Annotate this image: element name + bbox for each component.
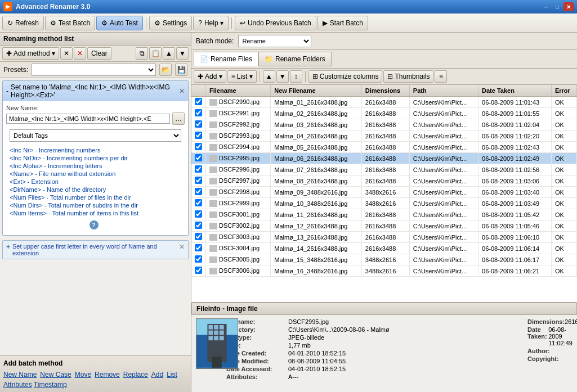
method-item-header[interactable]: - Set name to 'Malmø_<Inc Nr:1>_<IMG Wid… (3, 81, 188, 101)
row-checkbox[interactable] (191, 232, 206, 243)
refresh-button[interactable]: ↻ Refresh (2, 16, 44, 30)
delete-all-button[interactable]: ✕ (74, 47, 86, 60)
table-row[interactable]: DSCF2992.jpg Malmø_03_2616x3488.jpg 2616… (191, 119, 577, 130)
batch-mode-dropdown[interactable]: Rename (238, 35, 311, 47)
method2-close-icon[interactable]: ✕ (179, 243, 185, 251)
col-dimensions[interactable]: Dimensions (361, 85, 409, 97)
maximize-button[interactable]: □ (552, 2, 562, 11)
table-row[interactable]: DSCF2997.jpg Malmø_08_2616x3488.jpg 2616… (191, 175, 577, 187)
row-checkbox[interactable] (191, 175, 206, 187)
col-path[interactable]: Path (409, 85, 478, 97)
row-checkbox[interactable] (191, 130, 206, 142)
table-row[interactable]: DSCF2990.jpg Malmø_01_2616x3488.jpg 2616… (191, 97, 577, 108)
batch-link-timestamp[interactable]: Timestamp (34, 381, 67, 389)
tag-num-files[interactable]: <Num Files> - Total number of files in t… (10, 193, 181, 201)
row-checkbox[interactable] (191, 153, 206, 164)
method-close-icon[interactable]: ✕ (179, 87, 185, 95)
sort-files-button[interactable]: ↕ (290, 70, 302, 83)
move-up-button[interactable]: ▲ (163, 47, 175, 60)
paste-method-button[interactable]: 📋 (149, 47, 162, 60)
row-checkbox[interactable] (191, 187, 206, 198)
new-name-browse-button[interactable]: … (172, 112, 185, 125)
row-checkbox[interactable] (191, 243, 206, 254)
test-batch-button[interactable]: ⚙ Test Batch (45, 16, 95, 30)
move-up-files-button[interactable]: ▲ (263, 70, 275, 83)
tag-inc-alpha[interactable]: <Inc Alpha> - Incrementing letters (10, 162, 181, 170)
batch-link-new-name[interactable]: New Name (3, 371, 37, 379)
tag-name[interactable]: <Name> - File name without extension (10, 170, 181, 178)
minimize-button[interactable]: ─ (541, 2, 551, 11)
row-date-taken: 06-08-2009 11:06:14 (478, 243, 552, 254)
table-row[interactable]: DSCF2991.jpg Malmø_02_2616x3488.jpg 2616… (191, 108, 577, 119)
table-row[interactable]: DSCF2995.jpg Malmø_06_2616x3488.jpg 2616… (191, 153, 577, 164)
copy-method-button[interactable]: ⧉ (136, 47, 148, 60)
clear-button[interactable]: Clear (87, 47, 111, 60)
batch-link-attributes[interactable]: Attributes (3, 381, 32, 389)
batch-link-list[interactable]: List (167, 371, 177, 379)
batch-link-add[interactable]: Add (151, 371, 163, 379)
col-error[interactable]: Error (551, 85, 576, 97)
tag-dirname[interactable]: <DirName> - Name of the directory (10, 186, 181, 193)
row-checkbox[interactable] (191, 198, 206, 209)
tags-list: <Inc Nr> - Incrementing numbers <Inc NrD… (6, 145, 185, 218)
table-row[interactable]: DSCF3004.jpg Malmø_14_2616x3488.jpg 2616… (191, 243, 577, 254)
help-button[interactable]: ? Help ▾ (193, 16, 229, 30)
load-preset-button[interactable]: 📂 (159, 64, 172, 76)
info-filename-row: Filename: DSCF2995.jpg (226, 318, 522, 325)
start-batch-button[interactable]: ▶ Start Batch (317, 16, 368, 30)
help-icon[interactable]: ? (90, 220, 99, 229)
tag-num-items[interactable]: <Num Items> - Total number of items in t… (10, 209, 181, 217)
tag-inc-nr[interactable]: <Inc Nr> - Incrementing numbers (10, 146, 181, 154)
close-button[interactable]: ✕ (563, 2, 574, 11)
table-row[interactable]: DSCF2994.jpg Malmø_05_2616x3488.jpg 2616… (191, 142, 577, 153)
table-row[interactable]: DSCF3002.jpg Malmø_12_2616x3488.jpg 2616… (191, 220, 577, 232)
row-checkbox[interactable] (191, 220, 206, 232)
presets-dropdown[interactable] (32, 64, 156, 76)
table-row[interactable]: DSCF3003.jpg Malmø_13_2616x3488.jpg 2616… (191, 232, 577, 243)
batch-link-new-case[interactable]: New Case (40, 371, 71, 379)
table-row[interactable]: DSCF2998.jpg Malmø_09_3488x2616.jpg 3488… (191, 187, 577, 198)
tags-category-dropdown[interactable]: Default Tags (10, 129, 181, 142)
rename-files-tab[interactable]: 📄 Rename Files (194, 52, 258, 66)
method-item-2[interactable]: + Set upper case first letter in every w… (2, 240, 189, 259)
tag-num-dirs[interactable]: <Num Dirs> - Total number of subdirs in … (10, 201, 181, 209)
auto-test-button[interactable]: ⚙ Auto Test (96, 16, 143, 30)
new-name-input[interactable] (6, 114, 170, 124)
tag-inc-nrdir[interactable]: <Inc NrDir> - Incrementing numbers per d… (10, 154, 181, 162)
row-checkbox[interactable] (191, 254, 206, 265)
delete-method-button[interactable]: ✕ (60, 47, 73, 60)
table-row[interactable]: DSCF3005.jpg Malmø_15_3488x2616.jpg 3488… (191, 254, 577, 265)
row-checkbox[interactable] (191, 265, 206, 277)
row-checkbox[interactable] (191, 142, 206, 153)
row-new-filename: Malmø_08_2616x3488.jpg (271, 175, 362, 187)
batch-link-move[interactable]: Move (75, 371, 91, 379)
save-preset-button[interactable]: 💾 (175, 64, 187, 76)
col-date-taken[interactable]: Date Taken (478, 85, 552, 97)
list-button[interactable]: ≡ List ▾ (227, 70, 257, 83)
add-files-button[interactable]: ✚ Add ▾ (194, 70, 226, 83)
add-method-button[interactable]: ✚ Add method ▾ (2, 47, 59, 60)
row-checkbox[interactable] (191, 164, 206, 175)
row-checkbox[interactable] (191, 97, 206, 108)
table-row[interactable]: DSCF3001.jpg Malmø_11_2616x3488.jpg 2616… (191, 209, 577, 220)
table-row[interactable]: DSCF2996.jpg Malmø_07_2616x3488.jpg 2616… (191, 164, 577, 175)
row-checkbox[interactable] (191, 108, 206, 119)
rename-folders-tab[interactable]: 📁 Rename Folders (258, 52, 332, 66)
move-down-files-button[interactable]: ▼ (276, 70, 289, 83)
undo-batch-button[interactable]: ↩ Undo Previous Batch (235, 16, 316, 30)
thumbnails-button[interactable]: ⊟ Thumbnails (383, 70, 433, 83)
batch-link-replace[interactable]: Replace (123, 371, 148, 379)
tag-ext[interactable]: <Ext> - Extension (10, 178, 181, 186)
batch-link-remove[interactable]: Remove (95, 371, 120, 379)
more-options-button[interactable]: ≡ (435, 70, 447, 83)
row-checkbox[interactable] (191, 119, 206, 130)
settings-button[interactable]: ⚙ Settings (149, 16, 192, 30)
table-row[interactable]: DSCF2999.jpg Malmø_10_3488x2616.jpg 3488… (191, 198, 577, 209)
customize-columns-button[interactable]: ⊞ Customize columns (308, 70, 383, 83)
table-row[interactable]: DSCF2993.jpg Malmø_04_2616x3488.jpg 2616… (191, 130, 577, 142)
row-checkbox[interactable] (191, 209, 206, 220)
table-row[interactable]: DSCF3006.jpg Malmø_16_3488x2616.jpg 3488… (191, 265, 577, 277)
col-filename[interactable]: Filename (206, 85, 271, 97)
move-down-button[interactable]: ▼ (176, 47, 189, 60)
col-new-filename[interactable]: New Filename (271, 85, 362, 97)
